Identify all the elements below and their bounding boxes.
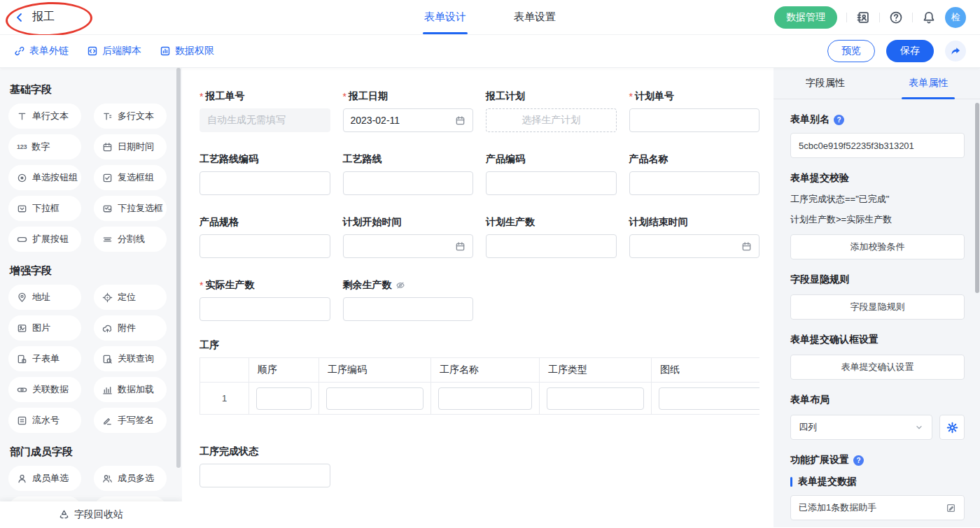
pill-label: 图片: [32, 322, 50, 334]
field-type-pill-日期时间[interactable]: 日期时间: [94, 134, 167, 159]
subform-cell-input[interactable]: [256, 387, 312, 410]
field-recycle-bin[interactable]: 字段回收站: [0, 501, 182, 527]
validation-rule[interactable]: 计划生产数>=实际生产数: [790, 213, 965, 226]
panel-scrollbar[interactable]: [975, 103, 979, 293]
text-input[interactable]: [629, 171, 760, 195]
field-type-pill-定位[interactable]: 定位: [94, 285, 167, 310]
text-input[interactable]: [200, 171, 330, 195]
field-type-pill-多行文本[interactable]: 多行文本: [94, 104, 167, 129]
toolbar-link-后端脚本[interactable]: 后端脚本: [87, 45, 141, 57]
field-type-pill-附件[interactable]: 附件: [94, 315, 167, 341]
header-actions: 数据管理 检: [774, 6, 966, 29]
bell-icon[interactable]: [922, 10, 936, 24]
field-label: 计划开始时间: [343, 216, 474, 229]
required-asterisk: *: [200, 280, 203, 291]
submit-data-input[interactable]: 已添加1条数据助手: [790, 495, 965, 520]
text-input[interactable]: [200, 297, 330, 321]
text-input[interactable]: [486, 171, 617, 195]
field-type-pill-下拉框[interactable]: 下拉框: [8, 196, 81, 221]
field-type-pill-单行文本[interactable]: 单行文本: [8, 104, 81, 129]
field-type-pill-关联查询[interactable]: 关联查询: [94, 346, 167, 371]
divider: [879, 13, 880, 22]
field-label: 产品名称: [629, 153, 760, 166]
tab-field-properties[interactable]: 字段属性: [774, 68, 877, 99]
field-type-pill-成员单选[interactable]: 成员单选: [8, 466, 81, 491]
text-input[interactable]: [343, 171, 474, 195]
plan-picker[interactable]: 选择生产计划: [486, 108, 617, 132]
field-type-pill-子表单[interactable]: 子表单: [8, 346, 81, 371]
pencil-icon[interactable]: [946, 503, 956, 513]
visibility-rules-button[interactable]: 字段显隐规则: [790, 294, 965, 320]
validation-title: 表单提交校验: [790, 172, 965, 185]
question-badge-icon[interactable]: ?: [853, 455, 864, 466]
eye-off-icon: [396, 280, 405, 290]
text-input[interactable]: [200, 464, 330, 487]
tab-form-settings[interactable]: 表单设置: [512, 0, 557, 34]
field-label-text: 剩余生产数: [343, 279, 392, 292]
subform-cell-input[interactable]: [547, 387, 644, 410]
field-type-pill-数据加载[interactable]: 数据加载: [94, 377, 167, 402]
field-type-pill-手写签名[interactable]: 手写签名: [94, 408, 167, 433]
share-button[interactable]: [945, 41, 966, 62]
field-label: 工序完成状态: [200, 445, 330, 458]
subform-column-header: [200, 358, 249, 383]
subform-cell-input[interactable]: [326, 387, 424, 410]
question-badge-icon[interactable]: ?: [834, 115, 844, 125]
text-input[interactable]: [629, 108, 760, 132]
calendar-icon: [455, 115, 465, 126]
validation-rule[interactable]: 工序完成状态=="已完成": [790, 193, 965, 206]
data-manage-button[interactable]: 数据管理: [774, 6, 837, 29]
field-type-pill-扩展按钮[interactable]: 扩展按钮: [8, 227, 81, 252]
back-button[interactable]: 报工: [14, 10, 55, 24]
field-type-pill-成员多选[interactable]: 成员多选: [94, 466, 167, 491]
preview-button[interactable]: 预览: [827, 40, 875, 62]
back-icon: [14, 12, 25, 23]
form-alias-input[interactable]: 5cbc0e919f52235f3b313201: [790, 133, 965, 158]
avatar[interactable]: 检: [945, 7, 966, 28]
toolbar-link-数据权限[interactable]: 数据权限: [160, 45, 214, 57]
toolbar-link-label: 数据权限: [175, 45, 214, 57]
subform-cell-input[interactable]: [659, 387, 760, 410]
field-type-pill-下拉复选框[interactable]: 下拉复选框: [94, 196, 167, 221]
gear-icon: [946, 422, 958, 434]
contacts-icon[interactable]: [856, 10, 870, 24]
subform-cell-input[interactable]: [438, 387, 532, 410]
layout-gear-button[interactable]: [939, 415, 965, 440]
submit-data-label: 表单提交数据: [790, 476, 965, 488]
field-type-pill-分割线[interactable]: 分割线: [94, 227, 167, 252]
field-type-pill-图片[interactable]: 图片: [8, 315, 81, 341]
date-input[interactable]: [629, 234, 760, 258]
properties-panel: 字段属性 表单属性 表单别名 ? 5cbc0e919f52235f3b31320…: [774, 68, 980, 527]
layout-select[interactable]: 四列: [790, 415, 932, 440]
date-input[interactable]: [343, 234, 474, 258]
date-input[interactable]: 2023-02-11: [343, 108, 474, 132]
confirm-settings-button[interactable]: 表单提交确认设置: [790, 355, 965, 380]
subform-column-header: 图纸: [652, 358, 760, 383]
sign-icon: [102, 415, 113, 426]
field-type-pill-单选按钮组[interactable]: 单选按钮组: [8, 165, 81, 190]
required-asterisk: *: [343, 91, 346, 102]
field-type-pill-地址[interactable]: 地址: [8, 285, 81, 310]
add-validation-button[interactable]: 添加校验条件: [790, 234, 965, 259]
field-label: *报工日期: [343, 90, 474, 103]
save-button[interactable]: 保存: [886, 40, 934, 62]
sidebar-scrollbar[interactable]: [176, 68, 181, 468]
toolbar-link-label: 表单外链: [29, 45, 69, 57]
tab-form-properties[interactable]: 表单属性: [877, 68, 980, 99]
address-icon: [17, 292, 27, 303]
textarea-icon: [102, 111, 113, 122]
text-input[interactable]: [343, 297, 474, 321]
toolbar-link-表单外链[interactable]: 表单外链: [14, 45, 69, 57]
field-type-pill-流水号[interactable]: 流水号: [8, 408, 81, 433]
confirm-title: 表单提交确认框设置: [790, 334, 965, 346]
field-type-pill-数字[interactable]: 123数字: [8, 134, 81, 159]
field-type-pill-复选框组[interactable]: 复选框组: [94, 165, 167, 190]
tab-form-design[interactable]: 表单设计: [423, 0, 468, 34]
text-input[interactable]: [486, 234, 617, 258]
text-input[interactable]: 自动生成无需填写: [200, 108, 330, 132]
field-type-pill-关联数据[interactable]: 关联数据: [8, 377, 81, 402]
field-label: 工艺路线编码: [200, 153, 330, 166]
help-icon[interactable]: [889, 10, 903, 24]
text-input[interactable]: [200, 234, 330, 258]
pill-label: 地址: [32, 291, 50, 304]
